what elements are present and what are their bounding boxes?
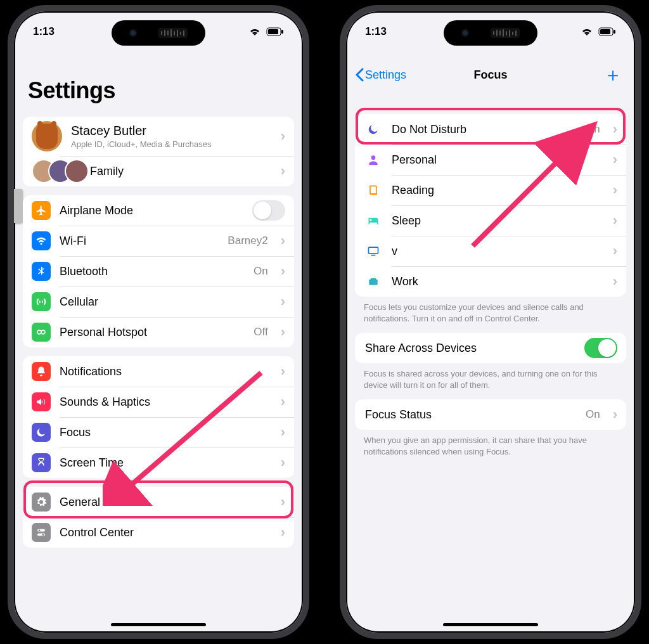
cellular-icon — [32, 292, 51, 311]
cellular-row[interactable]: Cellular › — [23, 287, 294, 317]
chevron-right-icon: › — [281, 233, 285, 249]
briefcase-icon — [364, 272, 383, 291]
svg-rect-14 — [369, 247, 378, 254]
iphone-focus-screen: 1:13 Settings Focus ＋ Do Not DisturbOn›P… — [340, 5, 641, 639]
avatar — [32, 121, 62, 151]
moon-icon — [364, 120, 383, 139]
svg-rect-2 — [281, 30, 283, 34]
chevron-right-icon: › — [613, 273, 617, 290]
account-group: Stacey Butler Apple ID, iCloud+, Media &… — [23, 117, 294, 186]
focus-status-group: Focus Status On › — [355, 399, 626, 430]
nav-title: Focus — [473, 68, 507, 82]
notifications-row[interactable]: Notifications › — [23, 356, 294, 387]
focus-mode-row-reading[interactable]: Reading› — [355, 175, 626, 205]
focus-status-row[interactable]: Focus Status On › — [355, 399, 626, 430]
svg-rect-12 — [614, 30, 615, 34]
wifi-row[interactable]: Wi-Fi Barney2 › — [23, 226, 294, 256]
sliders-icon — [32, 523, 51, 542]
home-indicator[interactable] — [443, 623, 538, 626]
bed-icon — [364, 211, 383, 230]
nav-bar: Settings Focus ＋ — [346, 56, 635, 93]
focus-modes-list: Do Not DisturbOn›Personal›Reading›Sleep›… — [355, 114, 626, 297]
hourglass-icon — [32, 453, 51, 472]
family-avatars — [32, 159, 81, 183]
focus-mode-row-personal[interactable]: Personal› — [355, 145, 626, 175]
back-button[interactable]: Settings — [355, 68, 406, 82]
battery-icon — [598, 27, 616, 36]
airplane-switch[interactable] — [252, 200, 285, 221]
airplane-icon — [32, 201, 51, 220]
svg-rect-1 — [268, 29, 278, 34]
bell-icon — [32, 362, 51, 381]
focus-row[interactable]: Focus › — [23, 417, 294, 448]
svg-rect-11 — [600, 29, 610, 34]
svg-point-13 — [371, 155, 376, 160]
moon-icon — [32, 423, 51, 442]
screen-time-row[interactable]: Screen Time › — [23, 448, 294, 478]
account-sub: Apple ID, iCloud+, Media & Purchases — [71, 139, 268, 149]
system-group: General › Control Center › — [23, 487, 294, 548]
chevron-right-icon: › — [613, 406, 617, 423]
wifi-value: Barney2 — [228, 235, 267, 247]
apple-id-row[interactable]: Stacey Butler Apple ID, iCloud+, Media &… — [23, 117, 294, 156]
share-across-devices-row[interactable]: Share Across Devices — [355, 333, 626, 363]
svg-point-3 — [37, 330, 41, 334]
share-across-devices-group: Share Across Devices — [355, 333, 626, 363]
iphone-settings-screen: 1:13 Settings Stacey Butler Apple ID, iC… — [8, 5, 309, 639]
general-row[interactable]: General › — [23, 487, 294, 517]
wifi-icon — [248, 27, 261, 36]
connectivity-group: Airplane Mode Wi-Fi Barney2 › Bluetooth … — [23, 195, 294, 347]
home-indicator[interactable] — [111, 623, 206, 626]
status-time: 1:13 — [365, 25, 387, 38]
status-bar: 1:13 — [14, 25, 303, 38]
speaker-icon — [32, 392, 51, 411]
bluetooth-icon — [32, 262, 51, 281]
chevron-right-icon: › — [281, 394, 285, 410]
control-center-row[interactable]: Control Center › — [23, 517, 294, 548]
bluetooth-value: On — [254, 265, 268, 278]
focus-mode-row-v[interactable]: v› — [355, 236, 626, 266]
svg-point-7 — [39, 529, 41, 531]
focus-mode-row-sleep[interactable]: Sleep› — [355, 205, 626, 236]
focus-footer-2: Focus is shared across your devices, and… — [346, 363, 635, 390]
page-title: Settings — [14, 56, 303, 108]
wifi-icon — [581, 27, 593, 36]
family-row[interactable]: Family › — [23, 156, 294, 186]
chevron-right-icon: › — [613, 151, 617, 168]
chevron-right-icon: › — [281, 163, 285, 179]
chevron-right-icon: › — [281, 293, 285, 310]
chevron-right-icon: › — [613, 182, 617, 198]
airplane-mode-row[interactable]: Airplane Mode — [23, 195, 294, 226]
add-focus-button[interactable]: ＋ — [603, 68, 626, 81]
chevron-right-icon: › — [613, 212, 617, 229]
focus-status-value: On — [586, 408, 600, 421]
share-across-devices-switch[interactable] — [584, 338, 617, 358]
personal-hotspot-row[interactable]: Personal Hotspot Off › — [23, 317, 294, 347]
chevron-right-icon: › — [613, 121, 617, 138]
status-bar: 1:13 — [346, 25, 635, 38]
person-icon — [364, 150, 383, 169]
focus-mode-row-do-not-disturb[interactable]: Do Not DisturbOn› — [355, 114, 626, 145]
chevron-right-icon: › — [281, 454, 285, 471]
battery-icon — [266, 27, 284, 36]
svg-rect-17 — [369, 280, 377, 285]
focus-footer-3: When you give an app permission, it can … — [346, 430, 635, 457]
chevron-right-icon: › — [281, 363, 285, 380]
focus-mode-row-work[interactable]: Work› — [355, 266, 626, 297]
wifi-icon — [32, 231, 51, 250]
focus-footer-1: Focus lets you customize your devices an… — [346, 297, 635, 324]
chevron-right-icon: › — [281, 494, 285, 510]
book-icon — [364, 181, 383, 200]
bluetooth-row[interactable]: Bluetooth On › — [23, 256, 294, 287]
hotspot-icon — [32, 323, 51, 342]
svg-point-4 — [41, 330, 45, 334]
gear-icon — [32, 493, 51, 512]
tv-icon — [364, 242, 383, 261]
attention-group: Notifications › Sounds & Haptics › Focus… — [23, 356, 294, 478]
chevron-right-icon: › — [281, 524, 285, 541]
sounds-haptics-row[interactable]: Sounds & Haptics › — [23, 387, 294, 417]
chevron-right-icon: › — [281, 263, 285, 280]
chevron-right-icon: › — [281, 424, 285, 441]
chevron-right-icon: › — [613, 243, 617, 259]
svg-point-8 — [42, 534, 44, 536]
